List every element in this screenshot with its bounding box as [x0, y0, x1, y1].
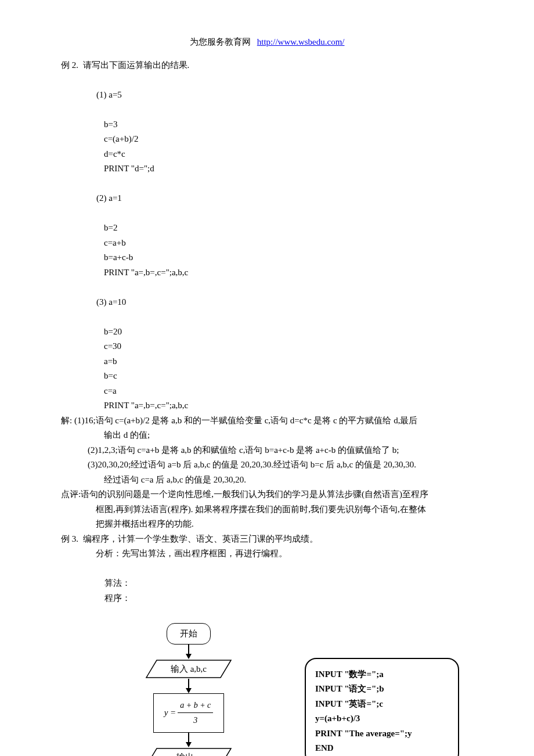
- sub3-line3: c=30: [61, 339, 473, 354]
- sub1-line2: b=3: [61, 117, 473, 132]
- program-line-5: PRINT "The average=";y: [315, 726, 449, 741]
- arrow-icon: [186, 733, 192, 747]
- program-line-4: y=(a+b+c)/3: [315, 711, 449, 726]
- program-line-6: END: [315, 741, 449, 756]
- flowchart-start: 开始: [167, 623, 211, 645]
- sub2-line3: c=a+b: [61, 236, 473, 251]
- flowchart: 开始 输入 a,b,c y = a + b + c 3: [61, 623, 264, 757]
- sub3-line6: c=a: [61, 384, 473, 399]
- solution-3a: (3)20,30,20;经过语句 a=b 后 a,b,c 的值是 20,20,3…: [61, 458, 473, 473]
- sub2-label-text: (2): [96, 193, 107, 203]
- formula-y-prefix: y =: [164, 705, 176, 721]
- flowchart-process: y = a + b + c 3: [153, 693, 225, 733]
- flowchart-output: 输出 y: [145, 747, 232, 756]
- flowchart-input-text: 输入 a,b,c: [171, 664, 207, 674]
- fraction-num: a + b + c: [178, 699, 213, 713]
- solution-2: (2)1,2,3;语句 c=a+b 是将 a,b 的和赋值给 c,语句 b=a+…: [61, 443, 473, 458]
- fraction-den: 3: [193, 713, 197, 728]
- example2-title: 例 2. 请写出下面运算输出的结果.: [61, 58, 473, 73]
- comment-3: 把握并概括出程序的功能.: [61, 517, 473, 532]
- example2-sub3-label: (3) a=10: [61, 280, 473, 325]
- sub3-line4: a=b: [61, 354, 473, 369]
- site-url-link[interactable]: http://www.wsbedu.com/: [257, 37, 345, 46]
- sub3-line7: PRINT "a=,b=,c=";a,b,c: [61, 398, 473, 413]
- sub3-line2: b=20: [61, 325, 473, 340]
- example3-title: 例 3. 编程序，计算一个学生数学、语文、英语三门课的平均成绩。: [61, 532, 473, 547]
- sub3-line1: a=10: [109, 297, 126, 307]
- example2-sub2-label: (2) a=1: [61, 177, 473, 221]
- program-code-box: INPUT "数学=";a INPUT "语文=";b INPUT "英语=";…: [305, 658, 459, 757]
- sub2-line1: a=1: [109, 193, 122, 203]
- sub1-line3: c=(a+b)/2: [61, 132, 473, 147]
- example3-analysis: 分析：先写出算法，画出程序框图，再进行编程。: [61, 546, 473, 561]
- sub3-line5: b=c: [61, 369, 473, 384]
- arrow-icon: [186, 645, 192, 659]
- site-name-text: 为您服务教育网: [190, 37, 251, 46]
- program-line-3: INPUT "英语=";c: [315, 697, 449, 712]
- fraction: a + b + c 3: [178, 699, 213, 728]
- sub2-line4: b=a+c-b: [61, 250, 473, 265]
- prog-label: 程序：: [104, 593, 131, 603]
- solution-1b: 输出 d 的值;: [61, 428, 473, 443]
- formula-text: y = a + b + c 3: [164, 699, 214, 728]
- program-line-2: INPUT "语文=";b: [315, 682, 449, 697]
- flowchart-input: 输入 a,b,c: [145, 659, 232, 679]
- sub3-label-text: (3): [96, 297, 107, 307]
- sub2-line2: b=2: [61, 221, 473, 236]
- page-container: 为您服务教育网 http://www.wsbedu.com/ 例 2. 请写出下…: [0, 0, 534, 756]
- arrow-icon: [186, 679, 192, 693]
- sub1-line5: PRINT "d=";d: [61, 161, 473, 177]
- sub2-line5: PRINT "a=,b=,c=";a,b,c: [61, 265, 473, 280]
- example3-labels-row: 算法： 程序：: [61, 561, 473, 621]
- algo-label: 算法：: [104, 576, 232, 591]
- comment-2: 框图,再到算法语言(程序). 如果将程序摆在我们的面前时,我们要先识别每个语句,…: [61, 502, 473, 517]
- flow-and-code-section: 开始 输入 a,b,c y = a + b + c 3: [61, 623, 473, 757]
- solution-1a: 解: (1)16;语句 c=(a+b)/2 是将 a,b 和的一半赋值给变量 c…: [61, 413, 473, 429]
- program-line-1: INPUT "数学=";a: [315, 667, 449, 682]
- example2-sub1-label: (1) a=5: [61, 73, 473, 117]
- sub1-label-text: (1): [96, 90, 107, 99]
- solution-3b: 经过语句 c=a 后 a,b,c 的值是 20,30,20.: [61, 473, 473, 488]
- flowchart-output-text: 输出 y: [176, 753, 200, 756]
- comment-1: 点评:语句的识别问题是一个逆向性思维,一般我们认为我们的学习是从算法步骤(自然语…: [61, 487, 473, 502]
- sub1-line1: a=5: [109, 90, 122, 99]
- sub1-line4: d=c*c: [61, 147, 473, 162]
- page-header: 为您服务教育网 http://www.wsbedu.com/: [61, 35, 473, 50]
